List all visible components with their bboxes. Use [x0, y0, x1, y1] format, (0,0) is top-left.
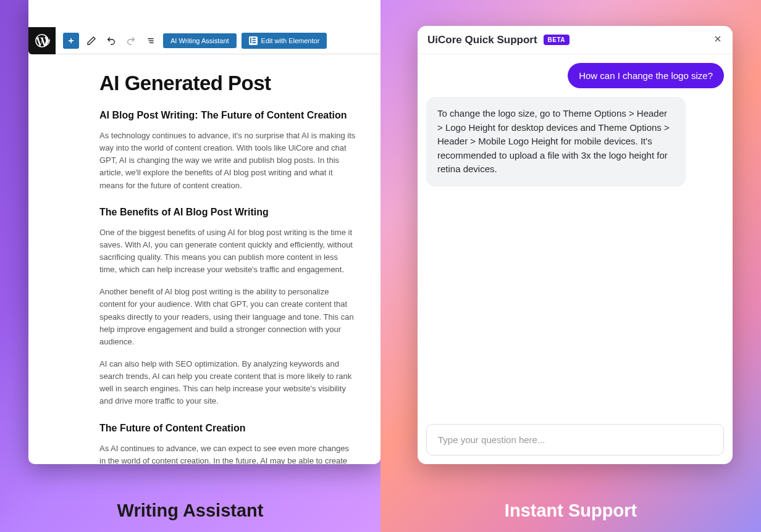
plus-icon [67, 36, 75, 45]
editor-window: AI Writing Assistant Edit with Elementor… [28, 0, 380, 464]
add-block-button[interactable] [63, 33, 79, 49]
paragraph[interactable]: As AI continues to advance, we can expec… [99, 443, 356, 464]
post-title[interactable]: AI Generated Post [99, 72, 356, 95]
ai-button-label: AI Writing Assistant [170, 37, 229, 44]
edit-with-elementor-button[interactable]: Edit with Elementor [242, 33, 327, 49]
chat-header: UiCore Quick Support BETA [418, 26, 733, 54]
elementor-icon [249, 36, 258, 45]
editor-content[interactable]: AI Generated Post AI Blog Post Writing: … [28, 54, 380, 464]
chat-body: How can I change the logo size? To chang… [418, 54, 733, 415]
chat-title-group: UiCore Quick Support BETA [427, 34, 570, 46]
chat-window: UiCore Quick Support BETA How can I chan… [418, 26, 733, 464]
right-caption: Instant Support [380, 501, 761, 521]
paragraph[interactable]: AI can also help with SEO optimization. … [99, 358, 356, 408]
chat-input-area [418, 415, 733, 464]
left-caption: Writing Assistant [0, 501, 380, 521]
svg-rect-7 [253, 40, 256, 41]
undo-button[interactable] [104, 33, 119, 48]
editor-toolbar: AI Writing Assistant Edit with Elementor [28, 27, 380, 54]
chat-message-bot: To change the logo size, go to Theme Opt… [426, 97, 686, 186]
close-icon [713, 34, 723, 44]
paragraph[interactable]: One of the biggest benefits of using AI … [99, 227, 356, 276]
redo-icon [126, 36, 136, 46]
elementor-button-label: Edit with Elementor [261, 37, 320, 44]
svg-rect-8 [253, 42, 256, 43]
edit-mode-button[interactable] [84, 33, 99, 48]
heading-future[interactable]: The Future of Content Creation [99, 423, 356, 434]
ai-writing-assistant-button[interactable]: AI Writing Assistant [163, 33, 237, 48]
beta-badge: BETA [544, 35, 570, 45]
chat-input[interactable] [426, 424, 724, 455]
heading-intro[interactable]: AI Blog Post Writing: The Future of Cont… [99, 110, 356, 121]
svg-rect-5 [250, 38, 251, 43]
wordpress-icon [34, 33, 50, 49]
chat-message-user: How can I change the logo size? [568, 63, 724, 88]
redo-button[interactable] [124, 33, 138, 48]
pencil-icon [86, 36, 96, 46]
heading-benefits[interactable]: The Benefits of AI Blog Post Writing [99, 207, 356, 218]
chat-title: UiCore Quick Support [427, 34, 537, 46]
paragraph[interactable]: As technology continues to advance, it's… [99, 130, 356, 192]
document-outline-button[interactable] [143, 33, 158, 48]
list-icon [146, 36, 156, 46]
right-panel: UiCore Quick Support BETA How can I chan… [380, 0, 761, 532]
left-panel: AI Writing Assistant Edit with Elementor… [0, 0, 380, 532]
close-button[interactable] [713, 34, 723, 46]
paragraph[interactable]: Another benefit of AI blog post writing … [99, 286, 356, 348]
undo-icon [106, 36, 116, 46]
wordpress-logo[interactable] [28, 27, 56, 54]
svg-rect-6 [253, 38, 256, 39]
